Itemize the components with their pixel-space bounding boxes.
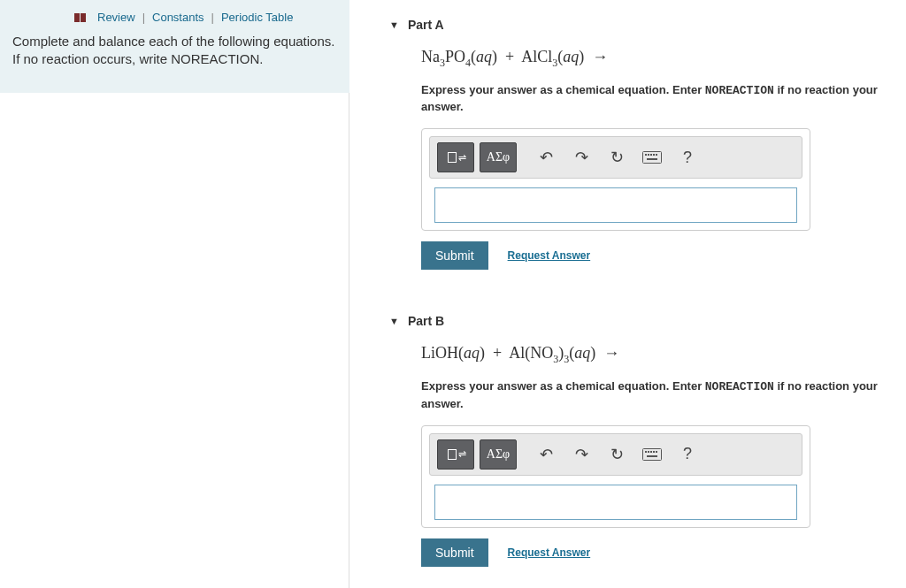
collapse-icon: ▼ [389, 19, 399, 30]
svg-rect-8 [647, 158, 657, 160]
collapse-icon: ▼ [389, 316, 399, 326]
part-b-instruction: Express your answer as a chemical equati… [421, 378, 906, 413]
constants-link[interactable]: Constants [152, 11, 204, 24]
svg-rect-13 [653, 451, 655, 453]
part-b-submit-button[interactable]: Submit [421, 538, 488, 567]
svg-rect-4 [648, 154, 649, 156]
part-a-submit-button[interactable]: Submit [421, 241, 488, 270]
part-a-answer-box: ⇌ ΑΣφ ↶ ↷ ↻ ? [421, 128, 810, 231]
instr-mono: NOREACTION [705, 84, 774, 97]
part-b-title: Part B [408, 314, 444, 328]
reset-button[interactable]: ↻ [602, 142, 632, 172]
template-button[interactable]: ⇌ [437, 142, 474, 172]
part-a-title: Part A [408, 18, 444, 32]
review-link[interactable]: Review [97, 11, 135, 24]
symbols-button[interactable]: ΑΣφ [480, 439, 517, 470]
sidebar: Review | Constants | Periodic Table Comp… [0, 0, 349, 93]
part-a: ▼ Part A Na3PO4(aq) + AlCl3(aq) → Expres… [389, 0, 906, 270]
svg-rect-3 [645, 154, 647, 156]
redo-button[interactable]: ↷ [566, 439, 596, 470]
svg-rect-2 [643, 152, 662, 164]
problem-instructions: Complete and balance each of the followi… [12, 33, 337, 69]
svg-rect-5 [650, 154, 652, 156]
part-b: ▼ Part B LiOH(aq) + Al(NO3)3(aq) → Expre… [389, 296, 906, 566]
equation-toolbar: ⇌ ΑΣφ ↶ ↷ ↻ ? [429, 433, 802, 476]
svg-rect-0 [74, 13, 80, 22]
svg-rect-6 [653, 154, 655, 156]
part-b-answer-box: ⇌ ΑΣφ ↶ ↷ ↻ ? [421, 425, 810, 528]
equation-toolbar: ⇌ ΑΣφ ↶ ↷ ↻ ? [429, 136, 802, 179]
part-b-equation: LiOH(aq) + Al(NO3)3(aq) → [421, 344, 906, 366]
part-a-instruction: Express your answer as a chemical equati… [421, 82, 906, 117]
part-a-request-answer-link[interactable]: Request Answer [508, 249, 591, 262]
separator: | [142, 11, 145, 24]
part-b-header[interactable]: ▼ Part B [389, 314, 906, 328]
sidebar-links: Review | Constants | Periodic Table [12, 11, 337, 24]
part-a-header[interactable]: ▼ Part A [389, 18, 906, 32]
content-area: ▼ Part A Na3PO4(aq) + AlCl3(aq) → Expres… [349, 0, 906, 588]
template-button[interactable]: ⇌ [437, 439, 474, 470]
help-button[interactable]: ? [672, 142, 703, 172]
symbols-button[interactable]: ΑΣφ [480, 142, 517, 172]
svg-rect-12 [650, 451, 652, 453]
part-a-equation: Na3PO4(aq) + AlCl3(aq) → [421, 48, 906, 70]
part-b-answer-input[interactable] [434, 485, 797, 520]
instr-mono: NOREACTION [705, 380, 774, 393]
periodic-table-link[interactable]: Periodic Table [221, 11, 293, 24]
reset-button[interactable]: ↻ [602, 439, 632, 470]
separator: | [211, 11, 214, 24]
svg-rect-1 [81, 13, 86, 22]
help-button[interactable]: ? [672, 439, 703, 470]
keyboard-button[interactable] [637, 142, 667, 172]
svg-rect-9 [643, 448, 662, 460]
svg-rect-14 [656, 451, 657, 453]
instr-prefix: Express your answer as a chemical equati… [421, 379, 705, 393]
svg-rect-10 [645, 451, 647, 453]
keyboard-button[interactable] [637, 439, 667, 470]
redo-button[interactable]: ↷ [566, 142, 596, 172]
svg-rect-7 [656, 154, 657, 156]
instr-prefix: Express your answer as a chemical equati… [421, 83, 705, 96]
svg-rect-15 [647, 455, 657, 457]
svg-rect-11 [648, 451, 649, 453]
undo-button[interactable]: ↶ [531, 142, 561, 172]
book-icon [74, 12, 87, 23]
part-b-request-answer-link[interactable]: Request Answer [508, 546, 591, 559]
undo-button[interactable]: ↶ [531, 439, 561, 470]
part-a-answer-input[interactable] [434, 187, 797, 223]
